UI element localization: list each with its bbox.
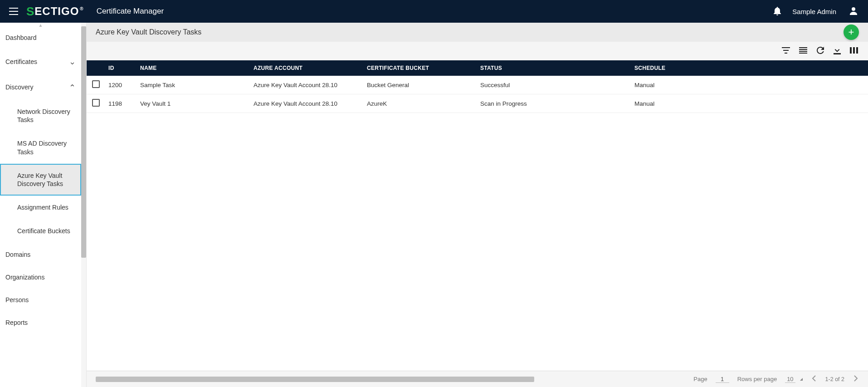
next-page-button[interactable]: [853, 374, 859, 384]
cell-bucket: AzureK: [363, 94, 477, 113]
cell-account: Azure Key Vault Account 28.10: [250, 94, 363, 113]
sidebar-item-discovery[interactable]: Discovery ⌄: [0, 74, 81, 100]
table-row[interactable]: 1198 Vey Vault 1 Azure Key Vault Account…: [87, 94, 868, 113]
menu-toggle-button[interactable]: [7, 6, 20, 17]
cell-name: Vey Vault 1: [137, 94, 250, 113]
horizontal-scrollbar[interactable]: [96, 377, 658, 382]
download-icon: [834, 46, 841, 54]
sidebar-item-label: Discovery: [5, 83, 33, 91]
sidebar-subitem-label: Azure Key Vault Discovery Tasks: [17, 172, 63, 187]
sidebar-item-label: Certificates: [5, 58, 37, 65]
header-schedule[interactable]: SCHEDULE: [631, 60, 868, 76]
app-header: S ECTIGO ® Certificate Manager Sample Ad…: [0, 0, 868, 23]
table-row[interactable]: 1200 Sample Task Azure Key Vault Account…: [87, 76, 868, 94]
svg-rect-5: [783, 50, 789, 51]
group-button[interactable]: [798, 46, 808, 56]
notifications-button[interactable]: [770, 4, 784, 20]
refresh-button[interactable]: [815, 45, 825, 57]
sidebar-item-label: Organizations: [5, 274, 44, 281]
cell-status: Scan in Progress: [477, 94, 631, 113]
svg-rect-1: [9, 11, 18, 12]
filter-icon: [782, 47, 790, 54]
bell-icon: [773, 6, 781, 15]
svg-rect-14: [856, 47, 858, 54]
cell-bucket: Bucket General: [363, 76, 477, 94]
brand-logo[interactable]: S ECTIGO ®: [26, 5, 84, 19]
page-input[interactable]: [716, 376, 729, 383]
svg-rect-2: [9, 14, 18, 15]
rows-per-page-label: Rows per page: [737, 376, 777, 382]
chevron-left-icon: [812, 375, 816, 382]
cell-status: Successful: [477, 76, 631, 94]
chevron-down-icon: ⌄: [69, 57, 76, 67]
cell-schedule: Manual: [631, 94, 868, 113]
table-header-row: ID NAME AZURE ACCOUNT CERTIFICATE BUCKET…: [87, 60, 868, 76]
cell-account: Azure Key Vault Account 28.10: [250, 76, 363, 94]
svg-rect-0: [9, 8, 18, 9]
rows-per-page-value: 10: [785, 376, 795, 383]
sidebar-item-dashboard[interactable]: Dashboard: [0, 26, 81, 49]
list-icon: [799, 47, 807, 54]
cell-id: 1198: [105, 94, 137, 113]
sidebar-item-reports[interactable]: Reports: [0, 311, 81, 334]
page-title: Azure Key Vault Discovery Tasks: [96, 28, 201, 36]
page-label: Page: [693, 376, 707, 382]
header-name[interactable]: NAME: [137, 60, 250, 76]
app-title: Certificate Manager: [97, 7, 164, 16]
add-button[interactable]: +: [844, 24, 859, 40]
sidebar-item-label: Dashboard: [5, 34, 37, 41]
toolbar: [87, 42, 868, 60]
prev-page-button[interactable]: [811, 374, 817, 384]
header-azure-account[interactable]: AZURE ACCOUNT: [250, 60, 363, 76]
sidebar-item-domains[interactable]: Domains: [0, 243, 81, 266]
refresh-icon: [816, 46, 824, 54]
sidebar-subitem-label: Network Discovery Tasks: [17, 108, 70, 123]
download-button[interactable]: [833, 45, 842, 57]
pagination-range: 1-2 of 2: [825, 376, 844, 382]
sidebar-item-label: Persons: [5, 296, 29, 304]
table-wrapper: ID NAME AZURE ACCOUNT CERTIFICATE BUCKET…: [87, 60, 868, 387]
cell-id: 1200: [105, 76, 137, 94]
svg-rect-9: [799, 51, 807, 52]
sidebar-subitem-msad-discovery[interactable]: MS AD Discovery Tasks: [0, 132, 81, 163]
rows-per-page-select[interactable]: 10: [785, 376, 802, 383]
sidebar-item-certificates[interactable]: Certificates ⌄: [0, 49, 81, 74]
sidebar-subitem-network-discovery[interactable]: Network Discovery Tasks: [0, 100, 81, 132]
header-id[interactable]: ID: [105, 60, 137, 76]
header-status[interactable]: STATUS: [477, 60, 631, 76]
sidebar-subitem-certificate-buckets[interactable]: Certificate Buckets: [0, 219, 81, 243]
svg-rect-12: [850, 47, 852, 54]
sidebar-item-label: Reports: [5, 319, 28, 326]
svg-rect-4: [782, 47, 790, 48]
sidebar-subitem-azure-key-vault[interactable]: Azure Key Vault Discovery Tasks: [0, 164, 81, 196]
logo-regmark: ®: [80, 6, 83, 11]
columns-icon: [850, 47, 858, 54]
sidebar-subitem-assignment-rules[interactable]: Assignment Rules: [0, 196, 81, 219]
sidebar-item-persons[interactable]: Persons: [0, 289, 81, 311]
tasks-table: ID NAME AZURE ACCOUNT CERTIFICATE BUCKET…: [87, 60, 868, 113]
svg-rect-11: [834, 53, 841, 54]
filter-button[interactable]: [781, 46, 791, 56]
sidebar-scroll-up-arrow[interactable]: ▲: [0, 23, 81, 26]
svg-point-3: [852, 7, 855, 11]
dropdown-triangle-icon: [800, 378, 803, 381]
horizontal-scrollbar-thumb[interactable]: [96, 377, 534, 382]
person-icon: [849, 6, 858, 15]
header-certificate-bucket[interactable]: CERTIFICATE BUCKET: [363, 60, 477, 76]
cell-schedule: Manual: [631, 76, 868, 94]
sidebar-scrollbar-thumb[interactable]: [81, 26, 86, 258]
sidebar-item-organizations[interactable]: Organizations: [0, 266, 81, 289]
user-menu-button[interactable]: [846, 4, 861, 20]
chevron-right-icon: [853, 375, 858, 382]
svg-rect-6: [785, 53, 787, 54]
content-footer: Page Rows per page 10 1-2 of 2: [87, 371, 868, 387]
user-name[interactable]: Sample Admin: [792, 8, 836, 15]
columns-button[interactable]: [849, 46, 859, 56]
sidebar-subitem-label: Assignment Rules: [17, 204, 68, 211]
row-checkbox[interactable]: [92, 80, 100, 88]
chevron-up-icon: ⌄: [69, 82, 76, 92]
header-checkbox-cell: [87, 60, 105, 76]
sidebar-subitem-label: Certificate Buckets: [17, 227, 70, 235]
sidebar-scrollbar[interactable]: [81, 23, 86, 387]
row-checkbox[interactable]: [92, 99, 100, 107]
